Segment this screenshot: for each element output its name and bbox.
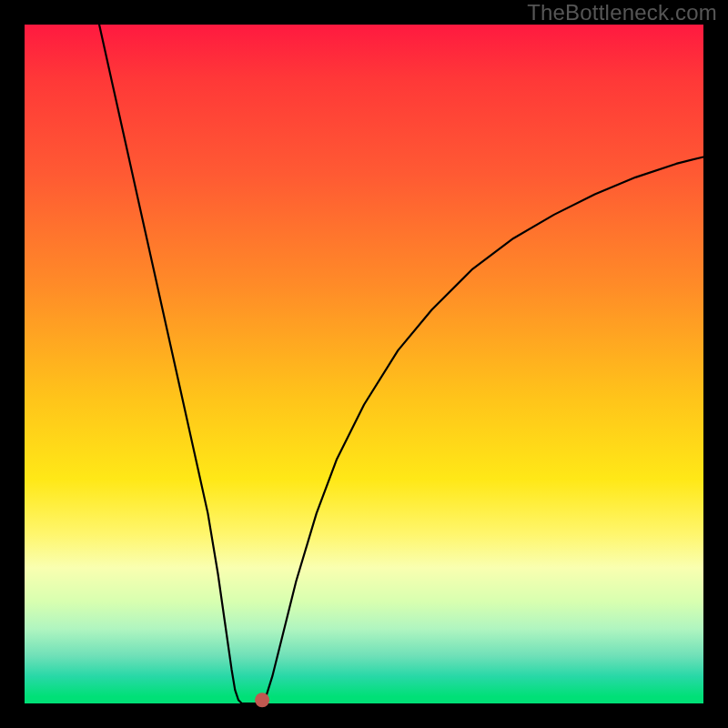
bottleneck-curve	[99, 25, 703, 703]
chart-container: TheBottleneck.com	[0, 0, 728, 728]
curve-layer	[25, 25, 703, 703]
plot-area	[25, 25, 703, 703]
watermark-text: TheBottleneck.com	[527, 0, 717, 25]
optimal-point-marker	[255, 693, 269, 707]
